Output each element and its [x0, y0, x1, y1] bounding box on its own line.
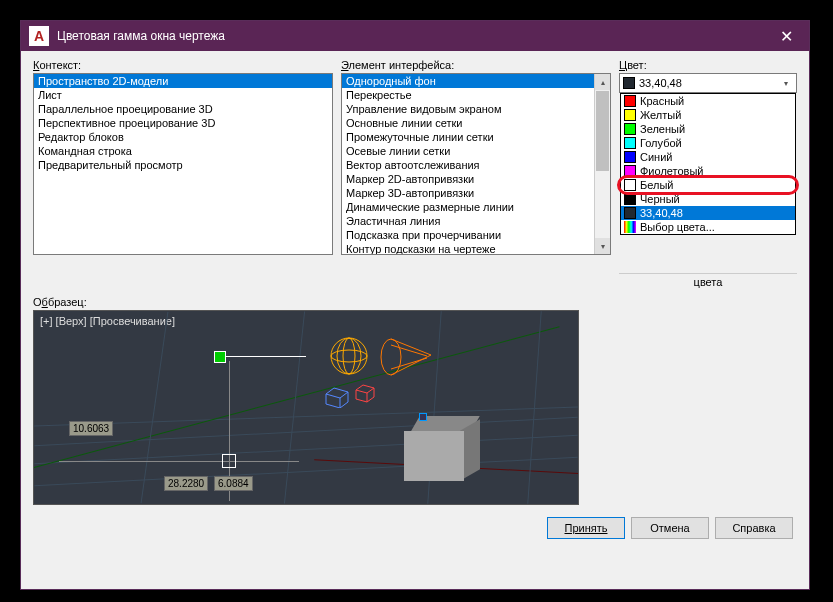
color-option-label: Выбор цвета...	[640, 221, 715, 233]
color-combobox[interactable]: 33,40,48 ▾ КрасныйЖелтыйЗеленыйГолубойСи…	[619, 73, 797, 93]
color-option-label: Белый	[640, 179, 673, 191]
svg-point-0	[331, 338, 367, 374]
color-option-label: Голубой	[640, 137, 682, 149]
element-item[interactable]: Контур подсказки на чертеже	[342, 242, 610, 255]
context-label: Контекст:	[33, 59, 333, 71]
svg-point-4	[381, 339, 401, 375]
context-item[interactable]: Параллельное проецирование 3D	[34, 102, 332, 116]
color-option-label: Красный	[640, 95, 684, 107]
color-swatch-icon	[624, 151, 636, 163]
element-item[interactable]: Осевые линии сетки	[342, 144, 610, 158]
dimension-label: 6.0884	[214, 476, 253, 491]
wireframe-cone-icon	[379, 337, 434, 377]
color-option[interactable]: Черный	[621, 192, 795, 206]
app-icon: A	[29, 26, 49, 46]
svg-point-3	[337, 338, 361, 374]
svg-point-1	[331, 350, 367, 362]
wireframe-sphere-icon	[329, 336, 369, 376]
context-listbox[interactable]: Пространство 2D-моделиЛистПараллельное п…	[33, 73, 333, 255]
color-swatch-icon	[624, 109, 636, 121]
selection-grip-icon[interactable]	[419, 413, 427, 421]
element-item[interactable]: Промежуточные линии сетки	[342, 130, 610, 144]
color-swatch-icon	[624, 179, 636, 191]
color-swatch-icon	[624, 123, 636, 135]
crosshair-horizontal	[59, 461, 299, 462]
close-button[interactable]: ✕	[764, 21, 809, 51]
color-option-label: Зеленый	[640, 123, 685, 135]
color-option-label: Синий	[640, 151, 672, 163]
gizmo-line	[226, 356, 306, 357]
color-swatch-icon	[624, 137, 636, 149]
color-option[interactable]: Фиолетовый	[621, 164, 795, 178]
element-item[interactable]: Подсказка при прочерчивании	[342, 228, 610, 242]
element-item[interactable]: Однородный фон	[342, 74, 610, 88]
svg-point-2	[343, 338, 355, 374]
element-item[interactable]: Маркер 3D-автопривязки	[342, 186, 610, 200]
color-swatch-icon	[624, 165, 636, 177]
context-item[interactable]: Командная строка	[34, 144, 332, 158]
element-item[interactable]: Управление видовым экраном	[342, 102, 610, 116]
context-item[interactable]: Редактор блоков	[34, 130, 332, 144]
dimension-label: 10.6063	[69, 421, 113, 436]
dialog-content: Контекст: Пространство 2D-моделиЛистПара…	[21, 51, 809, 547]
window-title: Цветовая гамма окна чертежа	[57, 29, 764, 43]
color-option-label: Фиолетовый	[640, 165, 703, 177]
color-option-label: Черный	[640, 193, 680, 205]
color-option[interactable]: Зеленый	[621, 122, 795, 136]
color-option[interactable]: 33,40,48	[621, 206, 795, 220]
colors-caption: цвета	[619, 273, 797, 288]
viewport-controls-text[interactable]: [+] [Верх] [Просвечивание]	[40, 315, 175, 327]
combo-value: 33,40,48	[639, 77, 779, 89]
context-item[interactable]: Лист	[34, 88, 332, 102]
color-swatch-icon	[624, 95, 636, 107]
preview-viewport: [+] [Верх] [Просвечивание] 10.6063 28.22…	[33, 310, 579, 505]
color-option-label: Желтый	[640, 109, 681, 121]
solid-cube[interactable]	[404, 411, 484, 481]
button-row: Принять Отмена Справка	[33, 517, 797, 539]
element-item[interactable]: Основные линии сетки	[342, 116, 610, 130]
color-option[interactable]: Голубой	[621, 136, 795, 150]
color-option[interactable]: Выбор цвета...	[621, 220, 795, 234]
element-item[interactable]: Эластичная линия	[342, 214, 610, 228]
cancel-button[interactable]: Отмена	[631, 517, 709, 539]
color-swatch-icon	[624, 207, 636, 219]
wireframe-box-icon	[324, 386, 350, 408]
gradient-swatch-icon	[624, 221, 636, 233]
crosshair-center	[222, 454, 236, 468]
titlebar[interactable]: A Цветовая гамма окна чертежа ✕	[21, 21, 809, 51]
element-item[interactable]: Вектор автоотслеживания	[342, 158, 610, 172]
color-option[interactable]: Синий	[621, 150, 795, 164]
color-label: Цвет:	[619, 59, 797, 71]
context-item[interactable]: Пространство 2D-модели	[34, 74, 332, 88]
preview-label: Оббразец:	[33, 296, 797, 308]
wireframe-box-icon	[354, 383, 376, 403]
ok-button[interactable]: Принять	[547, 517, 625, 539]
context-item[interactable]: Перспективное проецирование 3D	[34, 116, 332, 130]
element-item[interactable]: Перекрестье	[342, 88, 610, 102]
scrollbar[interactable]: ▴▾	[594, 74, 610, 254]
color-dropdown: КрасныйЖелтыйЗеленыйГолубойСинийФиолетов…	[620, 93, 796, 235]
element-label: Элемент интерфейса:	[341, 59, 611, 71]
dialog-window: A Цветовая гамма окна чертежа ✕ Контекст…	[20, 20, 810, 590]
element-listbox[interactable]: Однородный фонПерекрестьеУправление видо…	[341, 73, 611, 255]
element-item[interactable]: Маркер 2D-автопривязки	[342, 172, 610, 186]
combo-swatch	[623, 77, 635, 89]
color-option-label: 33,40,48	[640, 207, 683, 219]
context-item[interactable]: Предварительный просмотр	[34, 158, 332, 172]
help-button[interactable]: Справка	[715, 517, 793, 539]
element-item[interactable]: Динамические размерные линии	[342, 200, 610, 214]
color-option[interactable]: Белый	[621, 178, 795, 192]
dimension-label: 28.2280	[164, 476, 208, 491]
color-swatch-icon	[624, 193, 636, 205]
color-option[interactable]: Желтый	[621, 108, 795, 122]
chevron-down-icon: ▾	[779, 79, 793, 88]
color-option[interactable]: Красный	[621, 94, 795, 108]
gizmo-marker[interactable]	[214, 351, 226, 363]
